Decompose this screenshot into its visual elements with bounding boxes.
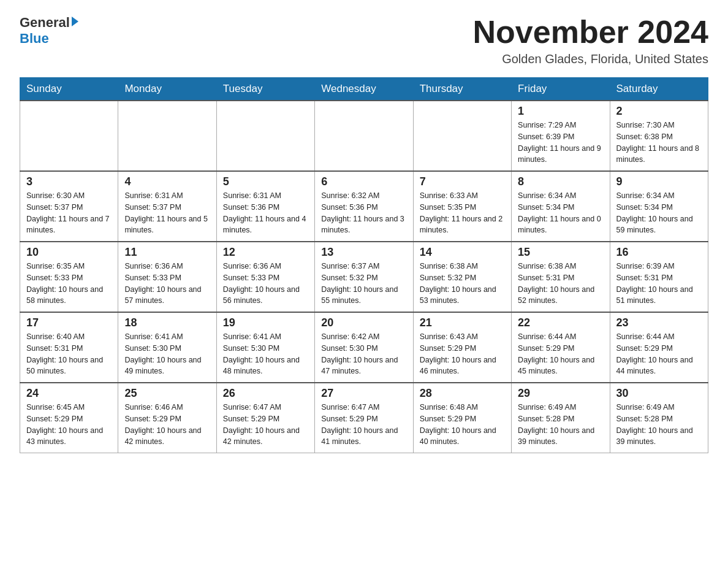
day-info: Sunrise: 6:31 AM Sunset: 5:36 PM Dayligh…: [223, 190, 308, 236]
day-number: 27: [321, 387, 406, 400]
location-subtitle: Golden Glades, Florida, United States: [473, 52, 708, 66]
calendar-cell: 28Sunrise: 6:48 AM Sunset: 5:29 PM Dayli…: [413, 383, 511, 453]
day-number: 12: [223, 246, 308, 259]
day-info: Sunrise: 6:31 AM Sunset: 5:37 PM Dayligh…: [124, 190, 210, 236]
calendar-cell: [20, 101, 118, 171]
calendar-week-row: 3Sunrise: 6:30 AM Sunset: 5:37 PM Daylig…: [20, 171, 708, 242]
calendar-cell: 1Sunrise: 7:29 AM Sunset: 6:39 PM Daylig…: [512, 101, 610, 171]
calendar-week-row: 10Sunrise: 6:35 AM Sunset: 5:33 PM Dayli…: [20, 242, 708, 312]
day-info: Sunrise: 6:35 AM Sunset: 5:33 PM Dayligh…: [26, 261, 112, 307]
weekday-header-thursday: Thursday: [413, 78, 511, 101]
day-number: 23: [616, 316, 702, 329]
calendar-cell: 16Sunrise: 6:39 AM Sunset: 5:31 PM Dayli…: [610, 242, 708, 312]
calendar-cell: 5Sunrise: 6:31 AM Sunset: 5:36 PM Daylig…: [216, 171, 314, 242]
calendar-cell: [315, 101, 413, 171]
calendar-cell: 20Sunrise: 6:42 AM Sunset: 5:30 PM Dayli…: [315, 312, 413, 383]
day-number: 10: [26, 246, 112, 259]
day-number: 30: [616, 387, 702, 400]
calendar-cell: [118, 101, 216, 171]
calendar-cell: 9Sunrise: 6:34 AM Sunset: 5:34 PM Daylig…: [610, 171, 708, 242]
day-info: Sunrise: 6:36 AM Sunset: 5:33 PM Dayligh…: [223, 261, 308, 307]
logo-blue-text: Blue: [20, 31, 49, 46]
month-title: November 2024: [473, 15, 708, 50]
calendar-cell: 10Sunrise: 6:35 AM Sunset: 5:33 PM Dayli…: [20, 242, 118, 312]
calendar-cell: [413, 101, 511, 171]
calendar-cell: 21Sunrise: 6:43 AM Sunset: 5:29 PM Dayli…: [413, 312, 511, 383]
weekday-header-monday: Monday: [118, 78, 216, 101]
calendar-week-row: 24Sunrise: 6:45 AM Sunset: 5:29 PM Dayli…: [20, 383, 708, 453]
day-info: Sunrise: 6:41 AM Sunset: 5:30 PM Dayligh…: [124, 331, 210, 377]
day-info: Sunrise: 6:40 AM Sunset: 5:31 PM Dayligh…: [26, 331, 112, 377]
day-number: 20: [321, 316, 406, 329]
day-info: Sunrise: 6:49 AM Sunset: 5:28 PM Dayligh…: [616, 402, 702, 448]
day-info: Sunrise: 7:30 AM Sunset: 6:38 PM Dayligh…: [616, 120, 702, 166]
day-info: Sunrise: 6:47 AM Sunset: 5:29 PM Dayligh…: [321, 402, 406, 448]
weekday-header-friday: Friday: [512, 78, 610, 101]
weekday-header-wednesday: Wednesday: [315, 78, 413, 101]
calendar-cell: 11Sunrise: 6:36 AM Sunset: 5:33 PM Dayli…: [118, 242, 216, 312]
day-info: Sunrise: 6:47 AM Sunset: 5:29 PM Dayligh…: [223, 402, 308, 448]
calendar-cell: 12Sunrise: 6:36 AM Sunset: 5:33 PM Dayli…: [216, 242, 314, 312]
day-number: 7: [420, 175, 505, 188]
day-info: Sunrise: 6:41 AM Sunset: 5:30 PM Dayligh…: [223, 331, 308, 377]
page-header: General Blue November 2024 Golden Glades…: [20, 15, 708, 66]
day-number: 15: [518, 246, 603, 259]
title-area: November 2024 Golden Glades, Florida, Un…: [473, 15, 708, 66]
day-info: Sunrise: 6:30 AM Sunset: 5:37 PM Dayligh…: [26, 190, 112, 236]
day-info: Sunrise: 6:42 AM Sunset: 5:30 PM Dayligh…: [321, 331, 406, 377]
day-number: 16: [616, 246, 702, 259]
calendar-cell: 17Sunrise: 6:40 AM Sunset: 5:31 PM Dayli…: [20, 312, 118, 383]
day-number: 4: [124, 175, 210, 188]
logo-arrow-icon: [72, 17, 78, 26]
calendar-cell: 27Sunrise: 6:47 AM Sunset: 5:29 PM Dayli…: [315, 383, 413, 453]
weekday-header-saturday: Saturday: [610, 78, 708, 101]
day-info: Sunrise: 6:37 AM Sunset: 5:32 PM Dayligh…: [321, 261, 406, 307]
day-number: 9: [616, 175, 702, 188]
calendar-cell: 22Sunrise: 6:44 AM Sunset: 5:29 PM Dayli…: [512, 312, 610, 383]
day-number: 26: [223, 387, 308, 400]
day-number: 11: [124, 246, 210, 259]
day-number: 17: [26, 316, 112, 329]
day-number: 25: [124, 387, 210, 400]
logo: General Blue: [20, 15, 78, 47]
day-number: 22: [518, 316, 603, 329]
day-info: Sunrise: 6:34 AM Sunset: 5:34 PM Dayligh…: [518, 190, 603, 236]
day-number: 18: [124, 316, 210, 329]
calendar-cell: 2Sunrise: 7:30 AM Sunset: 6:38 PM Daylig…: [610, 101, 708, 171]
day-number: 21: [420, 316, 505, 329]
day-number: 28: [420, 387, 505, 400]
day-number: 19: [223, 316, 308, 329]
weekday-header-tuesday: Tuesday: [216, 78, 314, 101]
day-number: 8: [518, 175, 603, 188]
calendar-cell: 29Sunrise: 6:49 AM Sunset: 5:28 PM Dayli…: [512, 383, 610, 453]
day-number: 1: [518, 105, 603, 118]
calendar-cell: 30Sunrise: 6:49 AM Sunset: 5:28 PM Dayli…: [610, 383, 708, 453]
day-number: 13: [321, 246, 406, 259]
day-info: Sunrise: 6:39 AM Sunset: 5:31 PM Dayligh…: [616, 261, 702, 307]
day-info: Sunrise: 6:45 AM Sunset: 5:29 PM Dayligh…: [26, 402, 112, 448]
day-info: Sunrise: 7:29 AM Sunset: 6:39 PM Dayligh…: [518, 120, 603, 166]
calendar-cell: 14Sunrise: 6:38 AM Sunset: 5:32 PM Dayli…: [413, 242, 511, 312]
day-info: Sunrise: 6:36 AM Sunset: 5:33 PM Dayligh…: [124, 261, 210, 307]
day-number: 29: [518, 387, 603, 400]
calendar-week-row: 1Sunrise: 7:29 AM Sunset: 6:39 PM Daylig…: [20, 101, 708, 171]
day-number: 2: [616, 105, 702, 118]
calendar-week-row: 17Sunrise: 6:40 AM Sunset: 5:31 PM Dayli…: [20, 312, 708, 383]
calendar-cell: 15Sunrise: 6:38 AM Sunset: 5:31 PM Dayli…: [512, 242, 610, 312]
day-info: Sunrise: 6:44 AM Sunset: 5:29 PM Dayligh…: [616, 331, 702, 377]
day-number: 6: [321, 175, 406, 188]
day-info: Sunrise: 6:48 AM Sunset: 5:29 PM Dayligh…: [420, 402, 505, 448]
day-info: Sunrise: 6:34 AM Sunset: 5:34 PM Dayligh…: [616, 190, 702, 236]
day-info: Sunrise: 6:32 AM Sunset: 5:36 PM Dayligh…: [321, 190, 406, 236]
calendar-cell: 6Sunrise: 6:32 AM Sunset: 5:36 PM Daylig…: [315, 171, 413, 242]
calendar-cell: 19Sunrise: 6:41 AM Sunset: 5:30 PM Dayli…: [216, 312, 314, 383]
calendar-cell: 18Sunrise: 6:41 AM Sunset: 5:30 PM Dayli…: [118, 312, 216, 383]
weekday-header-sunday: Sunday: [20, 78, 118, 101]
day-info: Sunrise: 6:33 AM Sunset: 5:35 PM Dayligh…: [420, 190, 505, 236]
logo-general-text: General: [20, 15, 70, 31]
day-info: Sunrise: 6:44 AM Sunset: 5:29 PM Dayligh…: [518, 331, 603, 377]
day-number: 14: [420, 246, 505, 259]
weekday-header-row: SundayMondayTuesdayWednesdayThursdayFrid…: [20, 78, 708, 101]
calendar-table: SundayMondayTuesdayWednesdayThursdayFrid…: [20, 77, 708, 453]
calendar-cell: 7Sunrise: 6:33 AM Sunset: 5:35 PM Daylig…: [413, 171, 511, 242]
